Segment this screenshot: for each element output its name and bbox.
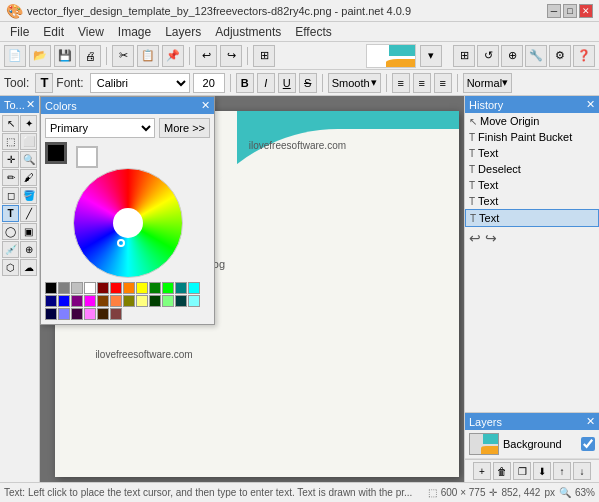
palette-color-swatch[interactable]	[84, 282, 96, 294]
palette-color-swatch[interactable]	[84, 308, 96, 320]
palette-color-swatch[interactable]	[71, 282, 83, 294]
menu-layers[interactable]: Layers	[159, 24, 207, 40]
copy-button[interactable]: 📋	[137, 45, 159, 67]
undo-button[interactable]: ↩	[195, 45, 217, 67]
tool-right-3[interactable]: ⊕	[501, 45, 523, 67]
secondary-color-swatch[interactable]	[76, 146, 98, 168]
maximize-button[interactable]: □	[563, 4, 577, 18]
tool-recolor[interactable]: ⬡	[2, 259, 19, 276]
palette-color-swatch[interactable]	[123, 282, 135, 294]
palette-color-swatch[interactable]	[84, 295, 96, 307]
align-center-button[interactable]: ≡	[413, 73, 431, 93]
palette-color-swatch[interactable]	[162, 282, 174, 294]
history-item[interactable]: TText	[465, 177, 599, 193]
colors-close-icon[interactable]: ✕	[201, 99, 210, 112]
palette-color-swatch[interactable]	[97, 295, 109, 307]
tool-zoom[interactable]: 🔍	[20, 151, 37, 168]
menu-effects[interactable]: Effects	[289, 24, 337, 40]
tool-right-5[interactable]: ⚙	[549, 45, 571, 67]
paste-button[interactable]: 📌	[162, 45, 184, 67]
tool-right-1[interactable]: ⊞	[453, 45, 475, 67]
layer-down-button[interactable]: ↓	[573, 462, 591, 480]
palette-color-swatch[interactable]	[45, 295, 57, 307]
underline-button[interactable]: U	[278, 73, 296, 93]
palette-color-swatch[interactable]	[97, 308, 109, 320]
tool-lasso[interactable]: ⬚	[2, 133, 19, 150]
history-item[interactable]: TText	[465, 209, 599, 227]
history-item[interactable]: TText	[465, 193, 599, 209]
history-item[interactable]: TFinish Paint Bucket	[465, 129, 599, 145]
history-item[interactable]: TText	[465, 145, 599, 161]
strikethrough-button[interactable]: S	[299, 73, 317, 93]
blend-dropdown[interactable]: Normal ▾	[463, 73, 512, 93]
tool-fill[interactable]: 🪣	[20, 187, 37, 204]
palette-color-swatch[interactable]	[149, 282, 161, 294]
palette-color-swatch[interactable]	[123, 295, 135, 307]
color-wheel[interactable]	[73, 168, 183, 278]
font-select[interactable]: Calibri	[90, 73, 190, 93]
palette-color-swatch[interactable]	[58, 282, 70, 294]
palette-color-swatch[interactable]	[45, 308, 57, 320]
redo-button[interactable]: ↪	[220, 45, 242, 67]
tool-select[interactable]: ↖	[2, 115, 19, 132]
tool-magic-wand[interactable]: ✦	[20, 115, 37, 132]
palette-color-swatch[interactable]	[162, 295, 174, 307]
tool-brush[interactable]: 🖌	[20, 169, 37, 186]
palette-color-swatch[interactable]	[97, 282, 109, 294]
tool-move[interactable]: ✛	[2, 151, 19, 168]
save-button[interactable]: 💾	[54, 45, 76, 67]
palette-color-swatch[interactable]	[110, 308, 122, 320]
grid-button[interactable]: ⊞	[253, 45, 275, 67]
italic-button[interactable]: I	[257, 73, 275, 93]
tool-right-6[interactable]: ❓	[573, 45, 595, 67]
tool-right-2[interactable]: ↺	[477, 45, 499, 67]
new-button[interactable]: 📄	[4, 45, 26, 67]
duplicate-layer-button[interactable]: ❐	[513, 462, 531, 480]
palette-color-swatch[interactable]	[71, 295, 83, 307]
font-size-input[interactable]	[193, 73, 225, 93]
tool-eraser[interactable]: ◻	[2, 187, 19, 204]
menu-image[interactable]: Image	[112, 24, 157, 40]
delete-layer-button[interactable]: 🗑	[493, 462, 511, 480]
palette-color-swatch[interactable]	[175, 282, 187, 294]
merge-layer-button[interactable]: ⬇	[533, 462, 551, 480]
colors-more-button[interactable]: More >>	[159, 118, 210, 138]
palette-color-swatch[interactable]	[110, 282, 122, 294]
palette-color-swatch[interactable]	[149, 295, 161, 307]
tool-blur[interactable]: ☁	[20, 259, 37, 276]
menu-view[interactable]: View	[72, 24, 110, 40]
close-button[interactable]: ✕	[579, 4, 593, 18]
colors-type-select[interactable]: Primary	[45, 118, 155, 138]
palette-color-swatch[interactable]	[45, 282, 57, 294]
tool-clone[interactable]: ⊕	[20, 241, 37, 258]
layer-item[interactable]: Background	[465, 430, 599, 459]
thumbnail-dropdown[interactable]: ▾	[420, 45, 442, 67]
palette-color-swatch[interactable]	[188, 282, 200, 294]
align-right-button[interactable]: ≡	[434, 73, 452, 93]
layer-visibility-checkbox[interactable]	[581, 437, 595, 451]
undo-history-button[interactable]: ↩	[469, 230, 481, 246]
menu-adjustments[interactable]: Adjustments	[209, 24, 287, 40]
canvas-area[interactable]: ilovefreesoftware.com Come and visit the…	[40, 96, 464, 482]
tool-rectangle-select[interactable]: ⬜	[20, 133, 37, 150]
history-item[interactable]: ↖Move Origin	[465, 113, 599, 129]
palette-color-swatch[interactable]	[136, 282, 148, 294]
cut-button[interactable]: ✂	[112, 45, 134, 67]
layer-up-button[interactable]: ↑	[553, 462, 571, 480]
menu-file[interactable]: File	[4, 24, 35, 40]
palette-color-swatch[interactable]	[58, 295, 70, 307]
palette-color-swatch[interactable]	[110, 295, 122, 307]
text-tool-icon[interactable]: T	[35, 73, 53, 93]
tool-pencil[interactable]: ✏	[2, 169, 19, 186]
history-item[interactable]: TDeselect	[465, 161, 599, 177]
color-wheel-container[interactable]	[45, 168, 210, 278]
palette-color-swatch[interactable]	[71, 308, 83, 320]
bold-button[interactable]: B	[236, 73, 254, 93]
palette-color-swatch[interactable]	[136, 295, 148, 307]
redo-history-button[interactable]: ↪	[485, 230, 497, 246]
tool-shape[interactable]: ◯	[2, 223, 19, 240]
tool-right-4[interactable]: 🔧	[525, 45, 547, 67]
tools-close-icon[interactable]: ✕	[26, 98, 35, 111]
tool-color-picker[interactable]: 💉	[2, 241, 19, 258]
menu-edit[interactable]: Edit	[37, 24, 70, 40]
